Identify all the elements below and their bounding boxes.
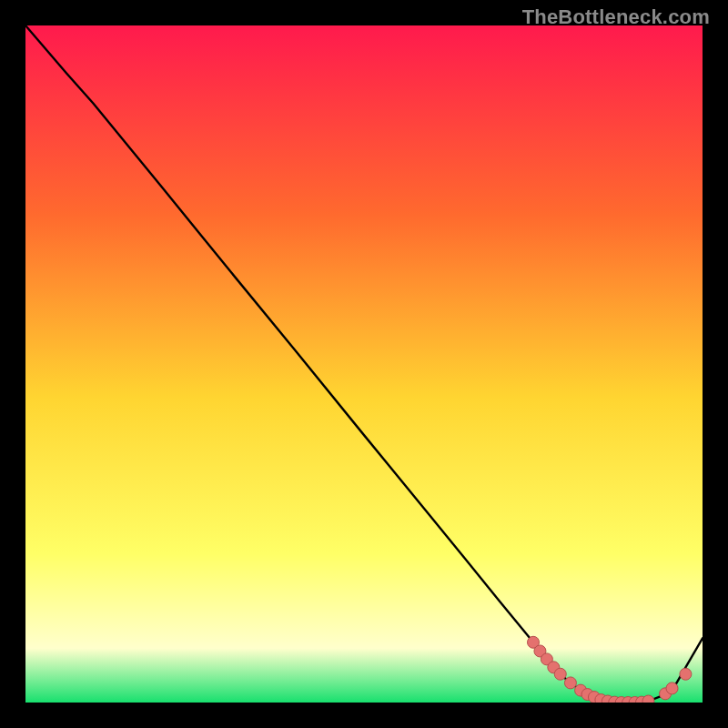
gradient-bg <box>25 25 703 703</box>
chart-svg <box>25 25 703 703</box>
plot-area <box>25 25 703 703</box>
marker-dot <box>666 682 678 694</box>
marker-dot <box>564 677 576 689</box>
marker-dot <box>680 668 692 680</box>
marker-dot <box>554 668 566 680</box>
watermark-text: TheBottleneck.com <box>522 5 710 29</box>
marker-dot <box>642 695 654 703</box>
chart-frame: TheBottleneck.com <box>0 0 728 728</box>
